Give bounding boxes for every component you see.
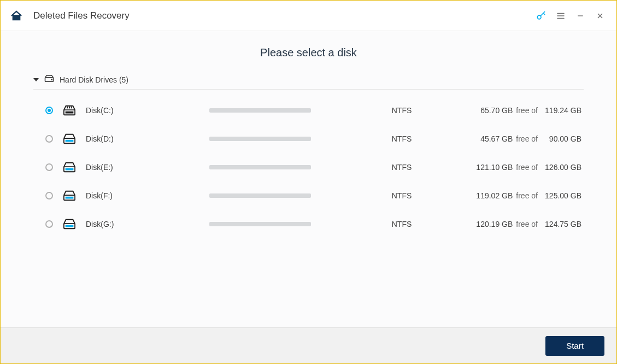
disk-label: Disk(G:) <box>86 220 201 228</box>
disk-icon <box>62 161 77 173</box>
disk-icon <box>62 104 77 116</box>
disk-row[interactable]: Disk(E:) NTFS 121.10 GB free of 126.00 G… <box>33 153 584 181</box>
menu-icon[interactable] <box>551 6 571 26</box>
size-label: 65.70 GB free of 119.24 GB <box>471 106 584 115</box>
size-label: 119.02 GB free of 125.00 GB <box>471 191 584 200</box>
titlebar: Deleted Files Recovery <box>1 1 616 31</box>
usage-bar <box>209 193 311 198</box>
size-label: 120.19 GB free of 124.75 GB <box>471 220 584 228</box>
main-content: Please select a disk Hard Disk Drives (5… <box>1 31 616 327</box>
hard-disk-section: Hard Disk Drives (5) Disk(C:) NTFS 65.70… <box>33 71 584 238</box>
filesystem-label: NTFS <box>342 134 462 143</box>
disk-radio[interactable] <box>45 220 53 228</box>
disk-label: Disk(E:) <box>86 163 201 172</box>
home-icon[interactable] <box>10 10 22 22</box>
chevron-down-icon <box>33 75 39 85</box>
disk-label: Disk(F:) <box>86 191 201 200</box>
minimize-button[interactable] <box>571 6 590 26</box>
start-button[interactable]: Start <box>545 336 604 356</box>
usage-bar <box>209 222 311 226</box>
disk-row[interactable]: Disk(F:) NTFS 119.02 GB free of 125.00 G… <box>33 181 584 210</box>
size-label: 45.67 GB free of 90.00 GB <box>471 134 584 143</box>
disk-radio[interactable] <box>45 107 53 114</box>
disk-radio[interactable] <box>45 135 53 143</box>
filesystem-label: NTFS <box>342 191 462 200</box>
svg-marker-7 <box>33 78 39 81</box>
disk-radio[interactable] <box>45 163 53 171</box>
page-title: Deleted Files Recovery <box>33 10 130 21</box>
hard-drive-icon <box>44 75 54 85</box>
filesystem-label: NTFS <box>342 163 462 172</box>
license-key-icon[interactable] <box>531 6 551 26</box>
disk-icon <box>62 190 77 202</box>
disk-icon <box>62 218 77 230</box>
size-label: 121.10 GB free of 126.00 GB <box>471 163 584 172</box>
close-button[interactable] <box>590 6 610 26</box>
usage-bar <box>209 137 311 141</box>
filesystem-label: NTFS <box>342 106 462 115</box>
svg-point-9 <box>51 79 52 80</box>
usage-bar <box>209 108 311 113</box>
disk-row[interactable]: Disk(C:) NTFS 65.70 GB free of 119.24 GB <box>33 96 584 125</box>
disk-list: Disk(C:) NTFS 65.70 GB free of 119.24 GB… <box>33 96 584 238</box>
prompt-heading: Please select a disk <box>33 46 584 59</box>
disk-radio[interactable] <box>45 192 53 199</box>
filesystem-label: NTFS <box>342 220 462 228</box>
hard-disk-section-header[interactable]: Hard Disk Drives (5) <box>33 72 584 90</box>
footer: Start <box>1 327 616 363</box>
disk-icon <box>62 133 77 145</box>
disk-row[interactable]: Disk(G:) NTFS 120.19 GB free of 124.75 G… <box>33 210 584 238</box>
section-title: Hard Disk Drives (5) <box>60 75 128 84</box>
disk-label: Disk(C:) <box>86 106 201 115</box>
disk-label: Disk(D:) <box>86 134 201 143</box>
usage-bar <box>209 165 311 169</box>
disk-row[interactable]: Disk(D:) NTFS 45.67 GB free of 90.00 GB <box>33 125 584 153</box>
